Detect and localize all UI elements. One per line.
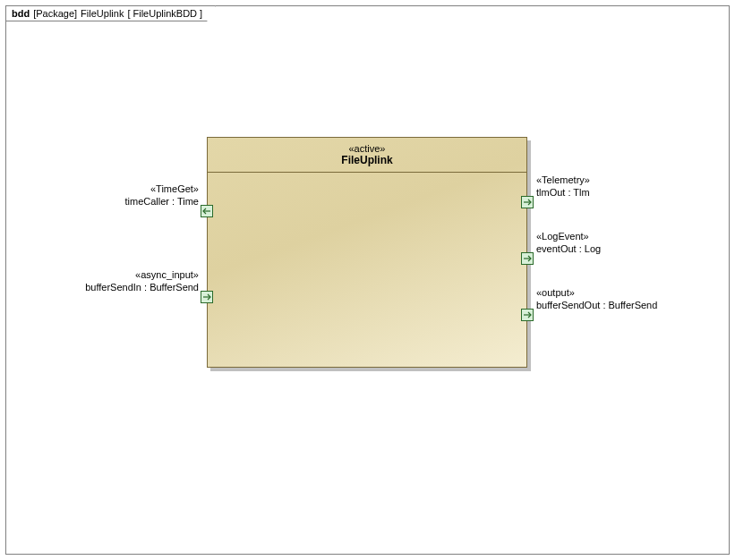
port-stereotype: «Telemetry» — [536, 174, 590, 187]
port-label-buffersendout: «output» bufferSendOut : BufferSend — [536, 287, 657, 312]
port-eventout[interactable] — [521, 252, 534, 265]
arrow-right-icon — [523, 255, 532, 262]
port-stereotype: «TimeGet» — [60, 183, 199, 196]
arrow-right-icon — [523, 199, 532, 206]
arrow-right-icon — [202, 293, 211, 301]
port-name-type: bufferSendOut : BufferSend — [536, 300, 657, 312]
port-label-tlmout: «Telemetry» tlmOut : Tlm — [536, 174, 590, 199]
block-stereotype: «active» — [211, 143, 523, 154]
port-name-type: timeCaller : Time — [60, 196, 199, 208]
port-name-type: eventOut : Log — [536, 243, 601, 256]
arrow-right-icon — [523, 311, 532, 318]
block-header: «active» FileUplink — [208, 138, 526, 173]
port-timecaller[interactable] — [201, 205, 213, 217]
port-name-type: bufferSendIn : BufferSend — [49, 282, 199, 294]
block-name: FileUplink — [211, 154, 523, 166]
port-label-timecaller: «TimeGet» timeCaller : Time — [60, 183, 199, 208]
port-stereotype: «output» — [536, 287, 657, 300]
frame-package-name: FileUplink — [81, 8, 124, 19]
port-label-eventout: «LogEvent» eventOut : Log — [536, 231, 601, 256]
frame-title-tab: bdd [Package] FileUplink [ FileUplinkBDD… — [5, 5, 216, 21]
frame-kind-abbrev: bdd — [12, 8, 30, 19]
port-name-type: tlmOut : Tlm — [536, 187, 590, 199]
port-buffersendout[interactable] — [521, 309, 534, 321]
port-stereotype: «LogEvent» — [536, 231, 601, 243]
frame-kind-full: [Package] — [33, 8, 77, 19]
block-fileuplink[interactable]: «active» FileUplink — [207, 137, 527, 368]
port-tlmout[interactable] — [521, 196, 534, 208]
arrow-left-icon — [202, 208, 211, 215]
port-buffersendin[interactable] — [201, 291, 213, 303]
port-stereotype: «async_input» — [49, 269, 199, 282]
frame-diagram-name: [ FileUplinkBDD ] — [127, 8, 202, 19]
port-label-buffersendin: «async_input» bufferSendIn : BufferSend — [49, 269, 199, 294]
diagram-frame: bdd [Package] FileUplink [ FileUplinkBDD… — [5, 5, 730, 555]
